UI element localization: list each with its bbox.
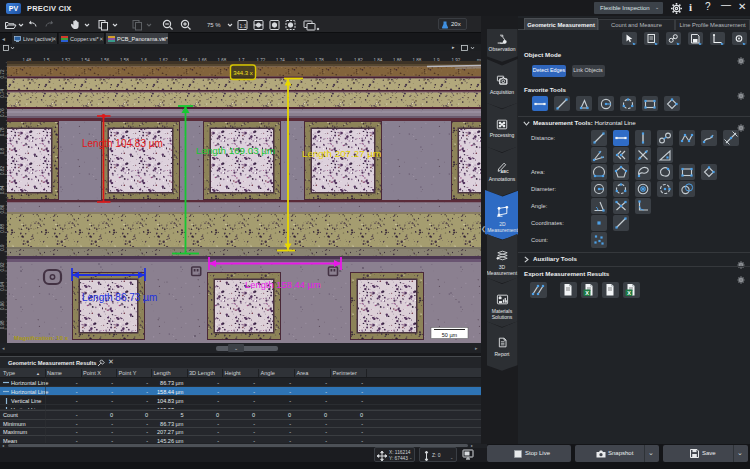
svg-text:0.72: 0.72 bbox=[0, 69, 5, 78]
svg-text:50 µm: 50 µm bbox=[442, 332, 458, 338]
svg-text:0.84: 0.84 bbox=[0, 185, 5, 194]
svg-text:344.3 x: 344.3 x bbox=[233, 70, 253, 76]
svg-text:1:1: 1:1 bbox=[240, 23, 247, 29]
svg-text:X: X bbox=[585, 290, 589, 296]
svg-text:75 %: 75 % bbox=[207, 22, 221, 28]
svg-text:0.94: 0.94 bbox=[0, 281, 5, 290]
svg-text:Length 158.44 µm: Length 158.44 µm bbox=[245, 279, 321, 290]
svg-text:0.86: 0.86 bbox=[0, 204, 5, 213]
svg-text:0.98: 0.98 bbox=[0, 320, 5, 329]
svg-text:Length 104.83 µm: Length 104.83 µm bbox=[82, 138, 163, 149]
svg-text:0.82: 0.82 bbox=[0, 166, 5, 175]
svg-text:Length 86.73 µm: Length 86.73 µm bbox=[82, 292, 157, 303]
svg-text:Magnification: 10 x: Magnification: 10 x bbox=[14, 335, 69, 341]
svg-text:Length 207.27 µm: Length 207.27 µm bbox=[302, 148, 381, 159]
svg-text:0.88: 0.88 bbox=[0, 224, 5, 233]
svg-text:0.74: 0.74 bbox=[0, 88, 5, 97]
svg-text:Length 169.03 µm: Length 169.03 µm bbox=[196, 145, 275, 156]
svg-text:ABC: ABC bbox=[500, 170, 508, 173]
svg-text:0.9: 0.9 bbox=[0, 244, 5, 251]
svg-text:0.78: 0.78 bbox=[0, 127, 5, 136]
svg-text:X: X bbox=[627, 290, 631, 296]
svg-text:0.96: 0.96 bbox=[0, 301, 5, 310]
svg-text:0.92: 0.92 bbox=[0, 262, 5, 271]
svg-text:0.8: 0.8 bbox=[0, 148, 5, 155]
svg-text:0.76: 0.76 bbox=[0, 108, 5, 117]
